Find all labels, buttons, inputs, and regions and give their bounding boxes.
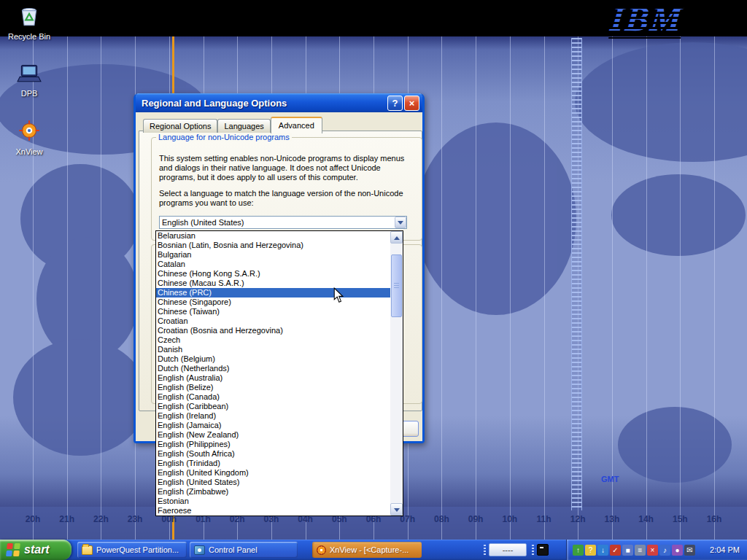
scheduler-icon[interactable]: ●	[672, 545, 683, 556]
hour-label: 11h	[532, 514, 557, 524]
language-option[interactable]: Chinese (Taiwan)	[156, 307, 390, 316]
scroll-down-button[interactable]	[390, 503, 403, 516]
desktop-icon-label: DPB	[3, 89, 55, 98]
desktop-icon-recycle-bin[interactable]: Recycle Bin	[3, 3, 55, 41]
language-option[interactable]: English (New Zealand)	[156, 430, 390, 440]
language-option[interactable]: Chinese (Macau S.A.R.)	[156, 279, 390, 288]
language-option[interactable]: English (Trinidad)	[156, 459, 390, 468]
group-instruction: Select a language to match the language …	[159, 189, 414, 208]
alert-icon[interactable]: ×	[647, 545, 658, 556]
language-option[interactable]: English (Caribbean)	[156, 402, 390, 411]
taskbar: start PowerQuest Partition... Control Pa…	[0, 540, 747, 560]
tab-strip: Regional Options Languages Advanced	[143, 117, 322, 133]
language-option[interactable]: English (Belize)	[156, 383, 390, 392]
language-option[interactable]: Faeroese	[156, 506, 390, 516]
language-option[interactable]: Bosnian (Latin, Bosnia and Herzegovina)	[156, 241, 390, 250]
question-icon: ?	[392, 98, 398, 109]
hour-label: 16h	[702, 514, 727, 524]
hour-label: 08h	[429, 514, 454, 524]
language-option[interactable]: Belarusian	[156, 231, 390, 241]
language-option[interactable]: Chinese (Hong Kong S.A.R.)	[156, 269, 390, 279]
hour-label: 21h	[55, 514, 80, 524]
dialog-title: Regional and Language Options	[142, 98, 386, 109]
language-combobox[interactable]: English (United States)	[159, 216, 407, 229]
xnview-icon	[17, 118, 42, 143]
taskbar-button-powerquest[interactable]: PowerQuest Partition...	[77, 542, 187, 558]
gmt-label: GMT	[601, 475, 619, 483]
system-tray: ↑?↓✓■≡×♪●✉ 2:04 PM	[566, 540, 747, 560]
recycle-bin-icon	[17, 3, 42, 28]
tab-advanced[interactable]: Advanced	[271, 117, 322, 133]
language-option[interactable]: Croatian (Bosnia and Herzegovina)	[156, 326, 390, 335]
desktop-icon-label: XnView	[3, 147, 55, 156]
tab-regional-options[interactable]: Regional Options	[143, 119, 217, 133]
hour-label: 10h	[498, 514, 522, 524]
antivirus-icon[interactable]: ✓	[610, 545, 621, 556]
volume-icon[interactable]: ♪	[659, 545, 670, 556]
help-button[interactable]: ?	[387, 96, 403, 111]
language-option[interactable]: English (Ireland)	[156, 411, 390, 421]
scrollbar-thumb[interactable]	[391, 254, 402, 317]
language-option[interactable]: Catalan	[156, 260, 390, 269]
combobox-value: English (United States)	[160, 218, 395, 227]
start-button[interactable]: start	[0, 540, 71, 560]
desktop-icon-dpb[interactable]: DPB	[3, 60, 55, 98]
language-option[interactable]: English (United States)	[156, 478, 390, 487]
language-option[interactable]: Danish	[156, 345, 390, 354]
taskbar-button-label: Control Panel	[209, 545, 258, 554]
language-option[interactable]: Croatian	[156, 316, 390, 326]
language-option[interactable]: Czech	[156, 335, 390, 345]
hour-label: 20h	[20, 514, 45, 524]
group-description: This system setting enables non-Unicode …	[159, 154, 414, 182]
language-option[interactable]: Estonian	[156, 497, 390, 506]
language-option[interactable]: English (Australia)	[156, 373, 390, 383]
hour-label: 13h	[600, 514, 624, 524]
xnview-icon	[317, 545, 326, 555]
console-icon[interactable]	[537, 544, 549, 556]
language-option[interactable]: Bulgarian	[156, 250, 390, 260]
help-icon[interactable]: ?	[585, 545, 596, 556]
taskbar-button-label: XnView - [<Capture-...	[330, 545, 409, 554]
language-option[interactable]: Chinese (Singapore)	[156, 298, 390, 307]
language-dropdown-list: BelarusianBosnian (Latin, Bosnia and Her…	[155, 230, 403, 516]
taskbar-clock[interactable]: 2:04 PM	[710, 545, 740, 554]
close-button[interactable]: ×	[404, 96, 419, 111]
taskbar-button-control-panel[interactable]: Control Panel	[190, 542, 298, 558]
language-option[interactable]: English (South Africa)	[156, 449, 390, 459]
tab-languages[interactable]: Languages	[217, 119, 270, 133]
taskbar-toolbar[interactable]: ----	[489, 543, 527, 556]
scroll-up-button[interactable]	[390, 231, 403, 244]
toolbar-grip[interactable]	[484, 545, 486, 555]
hour-label: 22h	[88, 514, 113, 524]
tray-icons: ↑?↓✓■≡×♪●✉	[573, 545, 697, 556]
language-option[interactable]: Chinese (PRC)	[156, 288, 390, 298]
hour-label: 09h	[463, 514, 488, 524]
dropdown-scrollbar[interactable]	[390, 231, 403, 516]
hour-label: 12h	[565, 514, 590, 524]
toolbar-grip[interactable]	[532, 545, 534, 555]
display-icon[interactable]: ■	[622, 545, 633, 556]
language-option[interactable]: English (Philippines)	[156, 440, 390, 449]
language-option[interactable]: English (Jamaica)	[156, 421, 390, 430]
mail-icon[interactable]: ✉	[684, 545, 695, 556]
group-title: Language for non-Unicode programs	[156, 133, 292, 141]
network-icon[interactable]: ≡	[635, 545, 646, 556]
laptop-icon	[17, 60, 42, 85]
remove-hardware-icon[interactable]: ↑	[573, 545, 584, 556]
hour-label: 23h	[123, 514, 147, 524]
language-option[interactable]: English (United Kingdom)	[156, 468, 390, 478]
close-icon: ×	[409, 98, 415, 109]
taskbar-button-xnview[interactable]: XnView - [<Capture-...	[312, 542, 422, 558]
dialog-titlebar[interactable]: Regional and Language Options ? ×	[136, 93, 422, 112]
mouse-cursor-icon	[333, 287, 344, 306]
language-option[interactable]: Dutch (Netherlands)	[156, 364, 390, 373]
language-option[interactable]: English (Canada)	[156, 392, 390, 402]
folder-icon	[82, 545, 93, 555]
hour-label: 15h	[667, 514, 692, 524]
meridian-hatch-band	[571, 38, 582, 510]
language-option[interactable]: Dutch (Belgium)	[156, 354, 390, 364]
combobox-dropdown-button[interactable]	[395, 217, 406, 228]
update-icon[interactable]: ↓	[597, 545, 608, 556]
desktop-icon-xnview[interactable]: XnView	[3, 118, 55, 156]
language-option[interactable]: English (Zimbabwe)	[156, 487, 390, 497]
